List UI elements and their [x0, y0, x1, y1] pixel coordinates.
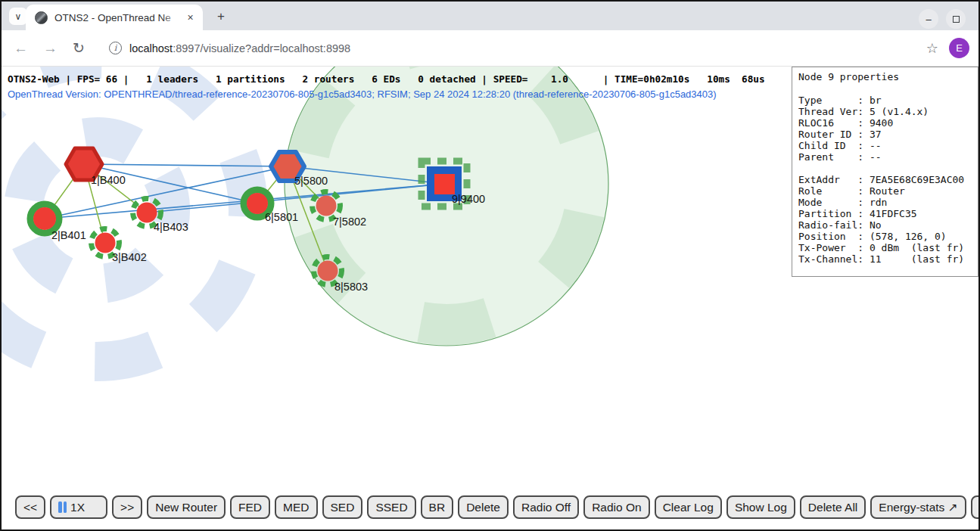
- node-2-label: 2|B401: [51, 229, 86, 241]
- prop-radio-fail: Radio-fail: No: [798, 219, 972, 231]
- prop-mode: Mode : rdn: [798, 197, 972, 208]
- tab-close-icon[interactable]: ×: [184, 11, 197, 24]
- prop-child-id: Child ID : --: [798, 140, 972, 151]
- fed-button[interactable]: FED: [230, 495, 270, 519]
- prop-rloc16: RLOC16 : 9400: [798, 117, 972, 129]
- new-tab-button[interactable]: +: [212, 8, 230, 26]
- prop-role: Role : Router: [798, 185, 972, 197]
- globe-favicon-icon: [35, 11, 48, 24]
- ssed-button[interactable]: SSED: [367, 495, 415, 519]
- node-6-label: 6|5801: [265, 211, 298, 223]
- prop-tx-power: Tx-Power : 0 dBm (last fr): [798, 242, 972, 253]
- speed-indicator-button[interactable]: 1X: [50, 495, 107, 519]
- delete-button[interactable]: Delete: [458, 495, 509, 519]
- bookmark-star-icon[interactable]: ☆: [916, 40, 949, 57]
- node-7-label: 7|5802: [333, 216, 366, 228]
- prop-spacer: [798, 83, 972, 95]
- clear-log-button[interactable]: Clear Log: [655, 495, 722, 519]
- node-5-label: 5|5800: [294, 175, 328, 187]
- browser-window: ∨ OTNS2 - OpenThread Ne × + – ← → ↻ i lo…: [0, 0, 980, 531]
- speed-label: 1X: [70, 501, 85, 514]
- chevron-down-icon: ∨: [15, 11, 22, 22]
- radio-off-button[interactable]: Radio Off: [513, 495, 579, 519]
- radio-on-button[interactable]: Radio On: [583, 495, 649, 519]
- tab-title-fade: [162, 8, 180, 33]
- tab-otns2[interactable]: OTNS2 - OpenThread Ne ×: [26, 5, 203, 30]
- back-icon[interactable]: ←: [6, 40, 36, 57]
- tab-search-button[interactable]: ∨: [9, 8, 27, 25]
- prop-extaddr: ExtAddr : 7EA5E68C69E3AC00: [798, 174, 972, 185]
- energy-stats-button[interactable]: Energy-stats ↗: [870, 495, 966, 519]
- prop-thread-ver: Thread Ver: 5 (v1.4.x): [798, 106, 972, 117]
- prop-spacer: [798, 163, 972, 174]
- node-8-label: 8|5803: [334, 281, 368, 293]
- minimize-icon: –: [926, 14, 931, 25]
- node-1-label: 1|B400: [91, 174, 126, 186]
- prop-parent: Parent : --: [798, 151, 972, 163]
- profile-avatar[interactable]: E: [949, 38, 969, 58]
- node-3-label: 3|B402: [112, 251, 147, 263]
- prop-type: Type : br: [798, 95, 972, 106]
- node-properties-panel: Node 9 properties Type : br Thread Ver: …: [792, 67, 978, 277]
- openthread-version-line: OpenThread Version: OPENTHREAD/thread-re…: [8, 88, 717, 100]
- simulator-toolbar: << 1X >> New Router FED MED SED SSED BR …: [15, 495, 975, 519]
- pause-icon: [58, 502, 62, 513]
- pause-icon: [64, 502, 67, 513]
- window-maximize-button[interactable]: [946, 9, 966, 29]
- reload-icon[interactable]: ↻: [65, 39, 92, 57]
- url-path: :8997/visualize?addr=localhost:8998: [173, 42, 350, 54]
- sed-button[interactable]: SED: [322, 495, 363, 519]
- prop-router-id: Router ID : 37: [798, 129, 972, 140]
- delete-all-button[interactable]: Delete All: [800, 495, 866, 519]
- speed-up-button[interactable]: >>: [112, 495, 142, 519]
- show-log-button[interactable]: Show Log: [726, 495, 795, 519]
- window-minimize-button[interactable]: –: [919, 9, 938, 29]
- new-router-button[interactable]: New Router: [147, 495, 226, 519]
- med-button[interactable]: MED: [275, 495, 317, 519]
- simulator-canvas-area: 1|B400 2|B401 3|B402 4|B403 5|5800 6|580…: [2, 67, 978, 529]
- tab-strip: ∨ OTNS2 - OpenThread Ne × + –: [2, 2, 978, 30]
- partition-1-gear-rings: [2, 67, 294, 407]
- prop-tx-channel: Tx-Channel: 11 (last fr): [798, 253, 972, 265]
- maximize-icon: [953, 16, 960, 23]
- page-info-icon[interactable]: i: [109, 42, 122, 54]
- url-host: localhost: [129, 42, 173, 54]
- br-button[interactable]: BR: [421, 495, 454, 519]
- node-9-label: 9|9400: [452, 193, 485, 205]
- prop-position: Position : (578, 126, 0): [798, 231, 972, 242]
- address-bar[interactable]: localhost:8997/visualize?addr=localhost:…: [129, 42, 350, 54]
- node-4-label: 4|B403: [154, 221, 188, 233]
- node-stats-button[interactable]: Node-stats ↗: [971, 495, 978, 519]
- speed-down-button[interactable]: <<: [15, 495, 45, 519]
- simulator-status-bar: OTNS2-Web | FPS= 66 | 1 leaders 1 partit…: [8, 73, 765, 85]
- properties-title: Node 9 properties: [798, 71, 972, 83]
- browser-navbar: ← → ↻ i localhost:8997/visualize?addr=lo…: [2, 30, 978, 67]
- forward-icon[interactable]: →: [36, 40, 65, 57]
- prop-partition: Partition : 41FDFC35: [798, 208, 972, 219]
